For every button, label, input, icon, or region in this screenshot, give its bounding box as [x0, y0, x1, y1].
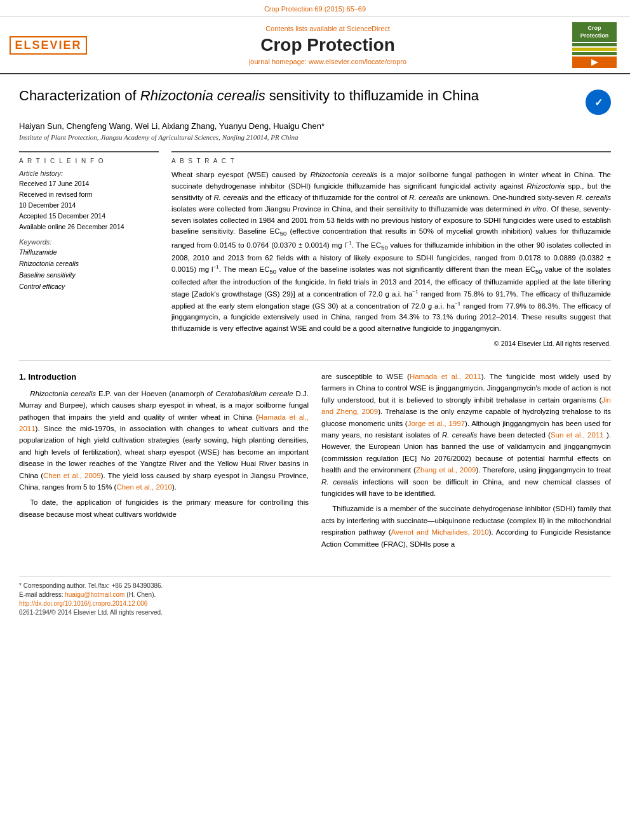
received-date: Received 17 June 2014 [19, 178, 159, 189]
keywords-block: Keywords: Thifluzamide Rhizoctonia cerea… [19, 238, 159, 292]
stripe-green2 [572, 52, 617, 55]
ref-chen-2009: Chen et al., 2009 [43, 472, 101, 479]
keywords-label: Keywords: [19, 238, 159, 246]
title-area: Characterization of Rhizoctonia cerealis… [19, 87, 611, 115]
affiliation-text: Institute of Plant Protection, Jiangsu A… [19, 133, 298, 141]
crop-logo-stripes [572, 43, 617, 57]
intro-para2: To date, the application of fungicides i… [19, 497, 309, 520]
intro-para3: are susceptible to WSE (Hamada et al., 2… [321, 371, 611, 499]
authors-line: Haiyan Sun, Chengfeng Wang, Wei Li, Aixi… [19, 121, 611, 131]
ref-sun-2011: Sun et al., 2011 [551, 431, 604, 439]
ref-jin-zheng-2009: Jin and Zheng, 2009 [321, 396, 611, 415]
authors-text: Haiyan Sun, Chengfeng Wang, Wei Li, Aixi… [19, 121, 325, 131]
journal-reference-bar: Crop Protection 69 (2015) 65–69 [0, 0, 630, 17]
available-date: Available online 26 December 2014 [19, 222, 159, 232]
stripe-green [572, 43, 617, 46]
email-address: huaigu@hotmail.com [65, 591, 124, 598]
article-history-block: Article history: Received 17 June 2014 R… [19, 170, 159, 232]
stripe-yellow [572, 48, 617, 51]
keyword-1: Thifluzamide [19, 247, 159, 258]
abstract-panel: A B S T R A C T Wheat sharp eyespot (WSE… [171, 151, 611, 347]
history-label: Article history: [19, 170, 159, 177]
body-col-left: 1. Introduction Rhizoctonia cerealis E.P… [19, 371, 309, 554]
crop-protection-badge: Crop Protection [572, 22, 617, 42]
intro-para4: Thifluzamide is a member of the succinat… [321, 503, 611, 550]
sciencedirect-info: Contents lists available at ScienceDirec… [265, 25, 390, 32]
homepage-info: journal homepage: www.elsevier.com/locat… [249, 58, 406, 65]
ref-avenot-2010: Avenot and Michailides, 2010 [391, 528, 489, 536]
footer-area: * Corresponding author. Tel./fax: +86 25… [19, 577, 611, 621]
section-divider [19, 360, 611, 361]
intro-para1: Rhizoctonia cerealis E.P. van der Hoeven… [19, 388, 309, 493]
intro-heading: 1. Introduction [19, 371, 309, 384]
ref-hamada-2011-r: Hamada et al., 2011 [410, 373, 481, 380]
email-label: E-mail address: [19, 591, 63, 598]
affiliation-line: Institute of Plant Protection, Jiangsu A… [19, 133, 611, 141]
abstract-label: A B S T R A C T [171, 157, 611, 164]
keyword-2: Rhizoctonia cerealis [19, 258, 159, 270]
ref-jorge-1997: Jorge et al., 1997 [408, 420, 465, 427]
keywords-list: Thifluzamide Rhizoctonia cerealis Baseli… [19, 247, 159, 292]
article-info-panel: A R T I C L E I N F O Article history: R… [19, 151, 159, 347]
email-note-person: (H. Chen). [126, 591, 156, 598]
corresponding-author-note: * Corresponding author. Tel./fax: +86 25… [19, 582, 611, 589]
body-col-right: are susceptible to WSE (Hamada et al., 2… [321, 371, 611, 554]
copyright-line: © 2014 Elsevier Ltd. All rights reserved… [171, 340, 611, 347]
journal-title: Crop Protection [260, 35, 395, 55]
revised-date2: 10 December 2014 [19, 200, 159, 211]
crop-logo-area: Crop Protection ▶ [569, 22, 620, 68]
crossmark-badge [586, 90, 611, 115]
journal-header: ELSEVIER Contents lists available at Sci… [0, 17, 630, 74]
article-title: Characterization of Rhizoctonia cerealis… [19, 87, 579, 105]
elsevier-logo-area: ELSEVIER [10, 22, 86, 68]
corresponding-text: * Corresponding author. Tel./fax: +86 25… [19, 582, 163, 589]
sciencedirect-prefix: Contents lists available at [265, 25, 345, 32]
homepage-prefix: journal homepage: [249, 58, 307, 65]
article-container: Characterization of Rhizoctonia cerealis… [0, 74, 630, 566]
homepage-url-text: www.elsevier.com/locate/cropro [309, 58, 406, 65]
journal-title-area: Contents lists available at ScienceDirec… [93, 22, 563, 68]
accepted-date: Accepted 15 December 2014 [19, 211, 159, 222]
info-columns: A R T I C L E I N F O Article history: R… [19, 151, 611, 347]
email-note: E-mail address: huaigu@hotmail.com (H. C… [19, 591, 611, 598]
article-info-label: A R T I C L E I N F O [19, 157, 159, 164]
crop-logo-line2: Protection [576, 32, 613, 40]
ref-hamada-2011: Hamada et al., 2011 [19, 413, 309, 432]
ref-zhang-2009: Zhang et al., 2009 [416, 466, 476, 474]
revised-date: Received in revised form [19, 189, 159, 200]
abstract-text: Wheat sharp eyespot (WSE) caused by Rhiz… [171, 170, 611, 335]
issn-text: 0261-2194/© 2014 Elsevier Ltd. All right… [19, 609, 611, 616]
doi-link[interactable]: http://dx.doi.org/10.1016/j.cropro.2014.… [19, 600, 611, 607]
body-columns: 1. Introduction Rhizoctonia cerealis E.P… [19, 371, 611, 554]
keyword-3: Baseline sensitivity [19, 270, 159, 281]
ref-chen-2010: Chen et al., 2010 [116, 483, 172, 491]
keyword-4: Control efficacy [19, 281, 159, 293]
crop-logo-arrow: ▶ [572, 57, 617, 68]
elsevier-logo: ELSEVIER [10, 36, 86, 55]
crop-logo-line1: Crop [576, 25, 613, 32]
sciencedirect-link-text: ScienceDirect [347, 25, 390, 32]
journal-ref-text: Crop Protection 69 (2015) 65–69 [264, 5, 366, 13]
